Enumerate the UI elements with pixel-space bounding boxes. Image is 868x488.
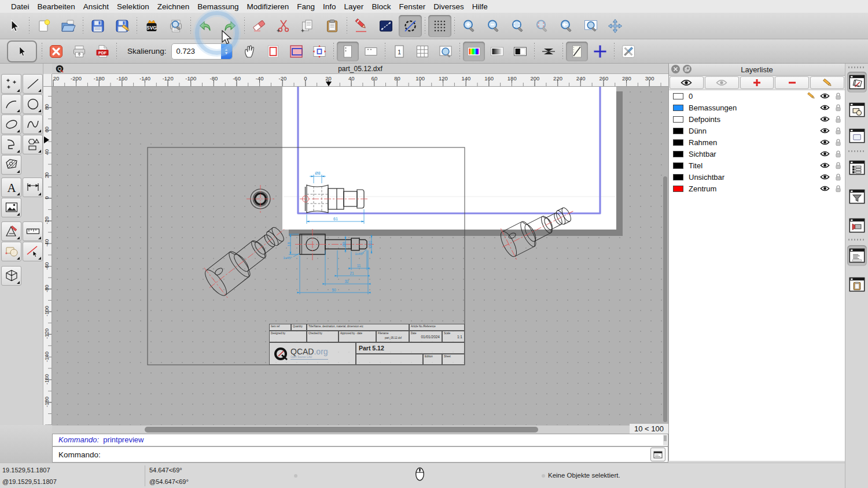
hatch-tools-button[interactable] [1, 155, 21, 175]
dimension-tools-button[interactable] [23, 178, 43, 197]
menu-diverses[interactable]: Diverses [429, 2, 468, 11]
clipboard-viewer-panel-button[interactable] [847, 274, 867, 295]
menu-selektion[interactable]: Selektion [113, 2, 153, 11]
eraser-button[interactable] [248, 15, 271, 37]
layer-visibility-icon[interactable] [818, 127, 832, 134]
print-preview-button[interactable] [164, 15, 187, 37]
toggle-terminal-button[interactable] [650, 448, 665, 461]
pick-tools-button[interactable] [23, 242, 43, 261]
menu-block[interactable]: Block [367, 2, 395, 11]
line-tools-button[interactable] [23, 74, 43, 94]
title-block[interactable]: Item ref Quantity Title/Name, destinatio… [269, 324, 465, 365]
pan-button[interactable] [604, 15, 627, 37]
detail-view[interactable]: 18 Ø8 Ø10 1x45° 1x45° 11 21 32 50 [283, 229, 374, 294]
layer-lock-icon[interactable] [832, 103, 845, 112]
zoom-page-button[interactable] [435, 42, 457, 61]
copy-button[interactable] [296, 15, 319, 37]
edit-layer-button[interactable] [810, 76, 844, 89]
menu-datei[interactable]: Datei [7, 2, 34, 11]
undo-button[interactable] [194, 15, 217, 37]
pointer-select-button[interactable] [7, 40, 37, 62]
menu-fang[interactable]: Fang [293, 2, 319, 11]
view-list-panel-button[interactable] [847, 125, 867, 146]
layer-lock-icon[interactable] [832, 138, 845, 146]
document-tab[interactable]: Q part_05.12.dxf [52, 64, 668, 74]
layer-visibility-icon[interactable] [818, 150, 832, 157]
page-borders-button[interactable] [262, 42, 284, 61]
save-as-button[interactable] [111, 15, 134, 37]
vertical-scrollbar[interactable] [663, 87, 668, 425]
save-button[interactable] [86, 15, 109, 37]
pointer-tool-button[interactable] [3, 15, 26, 37]
paste-button[interactable] [321, 15, 344, 37]
layer-row-dünn[interactable]: Dünn [669, 125, 845, 136]
multi-page-button[interactable] [411, 42, 433, 61]
library-browser-panel-button[interactable] [847, 215, 867, 236]
menu-modifizieren[interactable]: Modifizieren [243, 2, 293, 11]
selection-filter-panel-button[interactable] [847, 186, 867, 207]
menu-layer[interactable]: Layer [340, 2, 368, 11]
layer-lock-icon[interactable] [832, 184, 845, 193]
measure-distance-button[interactable] [374, 15, 398, 37]
crosshair-button[interactable] [589, 42, 611, 61]
grid-toggle-button[interactable] [428, 15, 451, 37]
landscape-button[interactable] [360, 42, 382, 61]
new-file-button[interactable] [32, 15, 56, 37]
layer-lock-icon[interactable] [832, 115, 845, 123]
shape-tools-button[interactable] [23, 135, 43, 154]
panel-close-button[interactable] [671, 65, 680, 73]
full-color-button[interactable] [463, 42, 485, 61]
menu-zeichnen[interactable]: Zeichnen [153, 2, 194, 11]
add-layer-button[interactable] [740, 76, 774, 89]
end-view[interactable] [247, 185, 274, 213]
solid-tools-button[interactable] [1, 266, 21, 286]
block-list-panel-button[interactable] [847, 99, 867, 120]
polyline-tools-button[interactable] [1, 135, 21, 154]
settings-button[interactable] [617, 42, 639, 61]
vertical-scrollbar-thumb[interactable] [663, 176, 667, 422]
layer-row-sichtbar[interactable]: Sichtbar [669, 148, 845, 160]
paper-preview-button[interactable] [566, 42, 588, 61]
layer-visibility-icon[interactable] [818, 116, 832, 123]
single-page-button[interactable]: 1 [388, 42, 410, 61]
command-input[interactable] [104, 448, 647, 461]
layer-lock-icon[interactable] [832, 150, 845, 158]
auto-fit-button[interactable] [308, 42, 330, 61]
layer-row-titel[interactable]: Titel [669, 160, 845, 171]
show-all-layers-button[interactable] [670, 76, 704, 89]
layer-visibility-icon[interactable] [818, 162, 832, 169]
layer-visibility-icon[interactable] [818, 185, 832, 192]
zoom-previous-button[interactable] [555, 15, 578, 37]
zoom-selection-button[interactable] [531, 15, 554, 37]
open-file-button[interactable] [57, 15, 80, 37]
print-button[interactable] [68, 42, 90, 61]
layer-edit-pencil-icon[interactable] [805, 92, 818, 100]
menu-bearbeiten[interactable]: Bearbeiten [34, 2, 79, 11]
horizontal-scrollbar-thumb[interactable] [145, 427, 538, 432]
isometric-view-left[interactable] [198, 215, 296, 303]
layer-visibility-icon[interactable] [818, 173, 832, 180]
layer-lock-icon[interactable] [832, 92, 845, 100]
hide-all-layers-button[interactable] [705, 76, 739, 89]
layer-lock-icon[interactable] [832, 161, 845, 169]
menu-fenster[interactable]: Fenster [395, 2, 429, 11]
layer-visibility-icon[interactable] [818, 139, 832, 146]
grayscale-button[interactable] [486, 42, 508, 61]
pan-hand-button[interactable] [239, 42, 261, 61]
layer-row-bemassungen[interactable]: Bemassungen [669, 102, 845, 113]
zoom-auto-button[interactable] [506, 15, 529, 37]
spline-tools-button[interactable] [23, 114, 43, 134]
svg-export-button[interactable]: SVG [140, 15, 163, 37]
circle-tools-button[interactable] [23, 94, 43, 114]
cut-button[interactable] [272, 15, 295, 37]
layer-lock-icon[interactable] [832, 127, 845, 135]
layer-row-defpoints[interactable]: Defpoints [669, 113, 845, 125]
remove-layer-button[interactable] [775, 76, 809, 89]
layer-visibility-icon[interactable] [818, 93, 832, 99]
menu-bemassung[interactable]: Bemassung [193, 2, 242, 11]
panel-float-button[interactable] [683, 65, 692, 73]
menu-info[interactable]: Info [319, 2, 340, 11]
portrait-button[interactable] [337, 42, 359, 61]
property-editor-panel-button[interactable] [847, 157, 867, 178]
construction-toggle-button[interactable] [399, 15, 422, 37]
